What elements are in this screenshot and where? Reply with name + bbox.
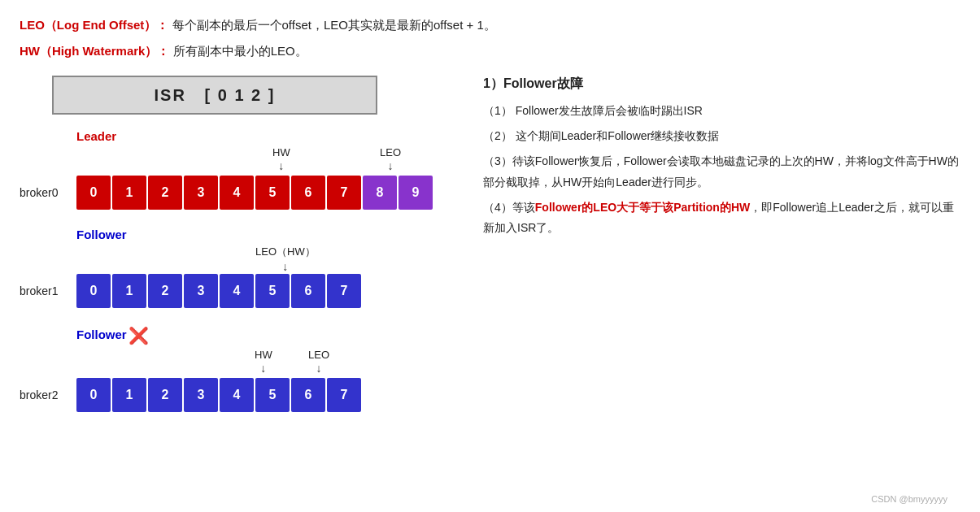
broker1-section: Follower LEO（HW） ↓ broker1 0 1 2 3: [20, 228, 459, 308]
left-panel: ISR [ 0 1 2 ] Leader HW ↓ LEO: [20, 76, 459, 417]
right-panel: 1）Follower故障 （1） Follower发生故障后会被临时踢出ISR …: [483, 76, 960, 243]
cross-icon: ❌: [128, 326, 149, 345]
broker0-row: broker0 0 1 2 3 4 5 6 7 8 9: [20, 176, 459, 210]
right-item-4-num: （4）: [483, 201, 512, 214]
broker0-cell-0: 0: [76, 176, 111, 210]
right-item-1: （1） Follower发生故障后会被临时踢出ISR: [483, 101, 960, 121]
broker2-cell-1: 1: [112, 378, 146, 412]
def-leo-text: 每个副本的最后一个offset，LEO其实就是最新的offset + 1。: [172, 18, 496, 32]
broker0-cell-5: 5: [255, 176, 290, 210]
right-item-4-highlight: Follower的LEO大于等于该Partition的HW: [535, 201, 750, 214]
isr-brackets: [ 0 1 2 ]: [205, 86, 276, 105]
broker0-cell-4: 4: [220, 176, 254, 210]
broker0-cell-1: 1: [112, 176, 146, 210]
broker0-label: broker0: [20, 186, 76, 199]
broker2-cell-0: 0: [76, 378, 111, 412]
isr-box: ISR [ 0 1 2 ]: [52, 76, 377, 115]
broker2-cell-4: 4: [220, 378, 254, 412]
broker0-role: Leader: [76, 129, 459, 143]
broker2-row: broker2 0 1 2 3 4 5 6 7: [20, 378, 459, 412]
def-hw-text: 所有副本中最小的LEO。: [173, 44, 307, 58]
right-item-3: （3）待该Follower恢复后，Follower会读取本地磁盘记录的上次的HW…: [483, 151, 960, 192]
right-item-3-text: 待该Follower恢复后，Follower会读取本地磁盘记录的上次的HW，并将…: [483, 154, 959, 188]
broker1-cell-3: 3: [184, 274, 218, 308]
broker0-cell-7: 7: [327, 176, 361, 210]
broker2-label: broker2: [20, 388, 76, 401]
broker1-cell-2: 2: [148, 274, 182, 308]
broker2-cell-2: 2: [148, 378, 182, 412]
broker2-cells: 0 1 2 3 4 5 6 7: [76, 378, 361, 412]
broker1-cell-0: 0: [76, 274, 111, 308]
right-item-2-text: 这个期间Leader和Follower继续接收数据: [516, 129, 720, 142]
broker0-cell-6: 6: [291, 176, 325, 210]
broker1-cell-4: 4: [220, 274, 254, 308]
watermark: CSDN @bmyyyyyy: [871, 494, 947, 504]
broker0-cells: 0 1 2 3 4 5 6 7 8 9: [76, 176, 433, 210]
broker1-label: broker1: [20, 284, 76, 297]
broker1-cells: 0 1 2 3 4 5 6 7: [76, 274, 361, 308]
broker0-cell-3: 3: [184, 176, 218, 210]
broker2-cell-7: 7: [327, 378, 361, 412]
broker1-cell-7: 7: [327, 274, 361, 308]
broker1-role: Follower: [76, 228, 459, 241]
broker2-section: Follower❌ HW ↓ LEO ↓ broker2: [20, 326, 459, 412]
broker1-cell-1: 1: [112, 274, 146, 308]
right-title: 1）Follower故障: [483, 76, 960, 93]
broker0-cell-2: 2: [148, 176, 182, 210]
broker0-cell-9: 9: [399, 176, 433, 210]
right-item-4-text-before: 等该: [512, 201, 535, 214]
broker1-leo-hw-label: LEO（HW） ↓: [255, 245, 316, 273]
broker2-cell-6: 6: [291, 378, 325, 412]
def-hw: HW（High Watermark）： 所有副本中最小的LEO。: [20, 41, 960, 62]
right-item-3-num: （3）: [483, 154, 512, 167]
right-item-1-num: （1）: [483, 104, 512, 117]
broker0-cell-8: 8: [363, 176, 397, 210]
main-content: ISR [ 0 1 2 ] Leader HW ↓ LEO: [20, 76, 960, 417]
def-leo: LEO（Log End Offset）： 每个副本的最后一个offset，LEO…: [20, 15, 960, 36]
right-item-2: （2） 这个期间Leader和Follower继续接收数据: [483, 126, 960, 146]
right-item-1-text: Follower发生故障后会被临时踢出ISR: [516, 104, 703, 117]
definitions-section: LEO（Log End Offset）： 每个副本的最后一个offset，LEO…: [20, 15, 960, 61]
def-leo-key: LEO（Log End Offset）：: [20, 18, 168, 32]
broker2-cell-3: 3: [184, 378, 218, 412]
isr-label: ISR: [155, 86, 186, 105]
broker0-leo-label: LEO ↓: [380, 146, 401, 172]
broker2-hw-label: HW ↓: [255, 349, 272, 375]
right-item-2-num: （2）: [483, 129, 512, 142]
def-hw-key: HW（High Watermark）：: [20, 44, 169, 58]
right-item-4: （4）等该Follower的LEO大于等于该Partition的HW，即Foll…: [483, 197, 960, 238]
broker0-section: Leader HW ↓ LEO ↓ broker0: [20, 129, 459, 210]
broker0-hw-label: HW ↓: [272, 146, 290, 172]
broker1-cell-6: 6: [291, 274, 325, 308]
broker2-role: Follower❌: [76, 326, 459, 345]
broker2-cell-5: 5: [255, 378, 290, 412]
broker1-row: broker1 0 1 2 3 4 5 6 7: [20, 274, 459, 308]
broker2-leo-label: LEO ↓: [308, 349, 329, 375]
broker1-cell-5: 5: [255, 274, 290, 308]
